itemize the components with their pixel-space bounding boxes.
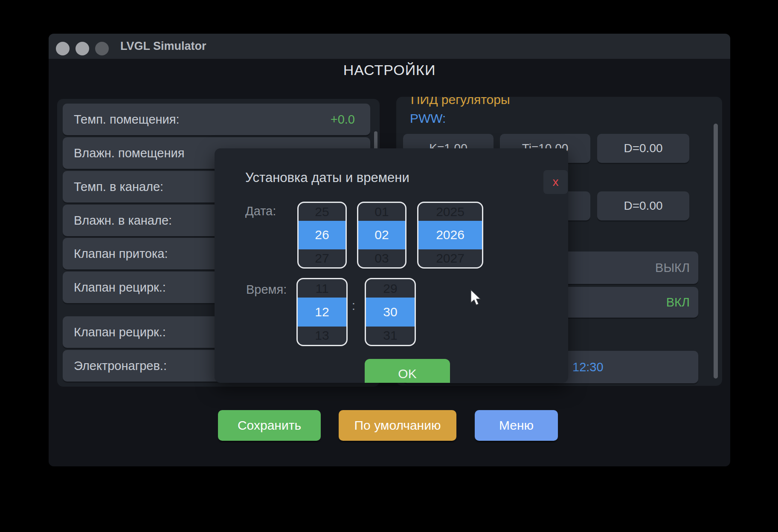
datetime-dialog: Установка даты и времени x Дата: 25 26 2… [215, 148, 568, 383]
roller-option-prev: 29 [366, 279, 415, 298]
minimize-window-icon[interactable] [75, 42, 89, 55]
menu-button[interactable]: Меню [475, 410, 558, 441]
list-item-label: Клапан рецирк.: [74, 280, 166, 295]
maximize-window-icon[interactable] [95, 42, 109, 55]
time-value: 12:30 [572, 360, 604, 374]
status-off-badge: ВЫКЛ [655, 261, 690, 275]
ok-button[interactable]: OK [365, 359, 450, 383]
list-item-label: Влажн. в канале: [74, 214, 172, 228]
roller-option-selected: 26 [299, 221, 345, 249]
month-roller[interactable]: 01 02 03 [357, 202, 406, 269]
roller-option-prev: 11 [298, 279, 346, 298]
window-title: LVGL Simulator [120, 34, 206, 59]
roller-option-prev: 2025 [418, 203, 482, 221]
roller-option-next: 13 [298, 327, 346, 345]
titlebar: LVGL Simulator [49, 34, 730, 59]
minute-roller[interactable]: 29 30 31 [365, 278, 416, 346]
roller-option-selected: 30 [366, 298, 415, 327]
close-icon: x [553, 175, 559, 189]
status-on-badge: ВКЛ [666, 295, 690, 309]
pid-section-title: ПИД регуляторы [411, 97, 510, 107]
pid-d-value-2: D=0.00 [624, 199, 662, 213]
pid-d-value: D=0.00 [624, 142, 662, 155]
ok-button-label: OK [398, 367, 416, 381]
date-label: Дата: [245, 204, 276, 218]
list-item-value: +0.0 [331, 113, 359, 127]
menu-button-label: Меню [499, 418, 534, 433]
roller-option-next: 2027 [418, 249, 482, 267]
mouse-cursor [470, 289, 483, 309]
right-panel-scrollbar[interactable] [714, 124, 718, 379]
close-window-icon[interactable] [56, 42, 70, 55]
close-dialog-button[interactable]: x [543, 170, 568, 194]
roller-option-next: 31 [366, 327, 415, 345]
defaults-button-label: По умолчанию [354, 418, 441, 433]
dialog-title: Установка даты и времени [245, 170, 409, 185]
list-item-label: Клапан рецирк.: [74, 325, 166, 339]
roller-option-selected: 2026 [418, 221, 482, 249]
list-item-room-temp[interactable]: Темп. помещения: +0.0 [63, 104, 370, 135]
save-button-label: Сохранить [238, 418, 301, 433]
page-title: НАСТРОЙКИ [49, 62, 730, 78]
app-window: LVGL Simulator НАСТРОЙКИ Темп. помещения… [49, 34, 730, 466]
defaults-button[interactable]: По умолчанию [339, 410, 456, 441]
list-item-label: Клапан притока: [74, 247, 168, 261]
save-button[interactable]: Сохранить [218, 410, 321, 441]
year-roller[interactable]: 2025 2026 2027 [417, 202, 483, 269]
roller-option-selected: 12 [298, 298, 346, 327]
roller-option-prev: 25 [299, 203, 345, 221]
time-colon: : [347, 298, 360, 313]
hour-roller[interactable]: 11 12 13 [296, 278, 348, 346]
pid-group-label: PWW: [410, 111, 446, 126]
roller-option-next: 03 [358, 249, 405, 267]
roller-option-selected: 02 [358, 221, 405, 249]
pid-d-box[interactable]: D=0.00 [597, 134, 689, 163]
time-label: Время: [246, 283, 287, 297]
day-roller[interactable]: 25 26 27 [297, 202, 347, 269]
screen: LVGL Simulator НАСТРОЙКИ Темп. помещения… [0, 0, 778, 532]
list-item-label: Темп. в канале: [74, 180, 163, 194]
roller-option-prev: 01 [358, 203, 405, 221]
list-item-label: Влажн. помещения [74, 146, 184, 160]
list-item-label: Электронагрев.: [74, 359, 167, 373]
list-item-label: Темп. помещения: [74, 113, 180, 127]
pid-d-box-2[interactable]: D=0.00 [597, 191, 689, 220]
roller-option-next: 27 [299, 249, 345, 267]
